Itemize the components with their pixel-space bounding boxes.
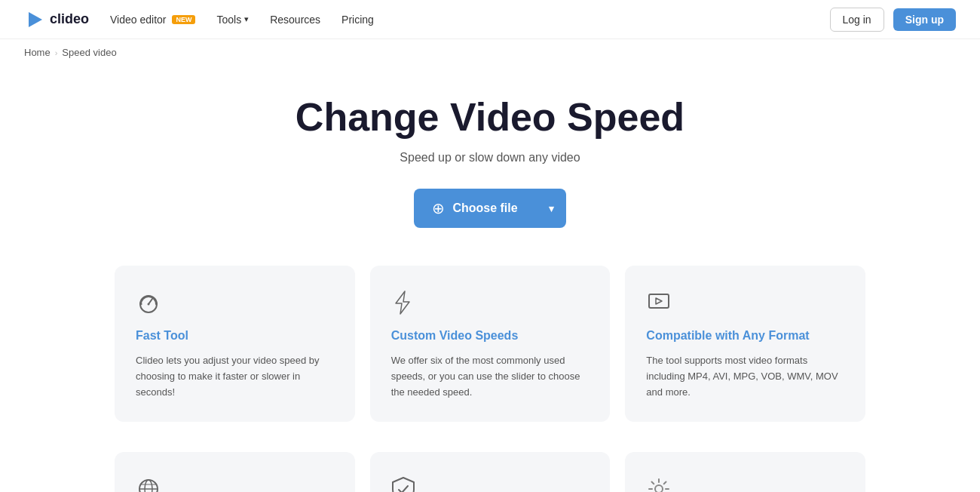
svg-marker-9 — [656, 298, 662, 304]
bolt-icon — [391, 290, 590, 318]
choose-file-button[interactable]: ⊕ Choose file ▾ — [414, 189, 565, 228]
card-custom-speeds-title: Custom Video Speeds — [391, 329, 590, 343]
chevron-down-icon: ▾ — [549, 203, 554, 214]
logo-icon — [24, 9, 45, 30]
card-fast-tool-title: Fast Tool — [136, 329, 334, 343]
nav-pricing-label: Pricing — [341, 14, 374, 26]
nav-resources[interactable]: Resources — [270, 14, 320, 26]
card-compatible-format-title: Compatible with Any Format — [646, 329, 844, 343]
breadcrumb-home[interactable]: Home — [24, 47, 51, 58]
monitor-play-icon — [646, 290, 844, 318]
feature-cards: Fast Tool Clideo lets you adjust your vi… — [90, 266, 890, 451]
chevron-down-icon: ▾ — [244, 14, 249, 24]
breadcrumb: Home › Speed video — [0, 39, 980, 66]
card-fast-tool-desc: Clideo lets you adjust your video speed … — [136, 353, 334, 400]
nav-tools-label: Tools — [216, 14, 241, 26]
speedometer-icon — [136, 290, 334, 318]
logo[interactable]: clideo — [24, 9, 89, 30]
nav-left: clideo Video editor NEW Tools ▾ Resource… — [24, 9, 374, 30]
login-button[interactable]: Log in — [830, 8, 884, 32]
card-compatible-format: Compatible with Any Format The tool supp… — [625, 266, 865, 421]
nav-pricing[interactable]: Pricing — [341, 14, 374, 26]
navbar: clideo Video editor NEW Tools ▾ Resource… — [0, 0, 980, 39]
svg-point-10 — [139, 480, 158, 492]
svg-point-3 — [148, 303, 150, 306]
svg-point-15 — [655, 485, 663, 492]
nav-video-editor-label: Video editor — [110, 14, 166, 26]
svg-marker-0 — [29, 12, 42, 27]
nav-tools[interactable]: Tools ▾ — [216, 14, 249, 26]
choose-file-main[interactable]: ⊕ Choose file — [414, 189, 535, 228]
choose-file-label: Choose file — [452, 201, 517, 215]
svg-rect-8 — [649, 294, 669, 308]
nav-video-editor[interactable]: Video editor NEW — [110, 14, 195, 26]
page-title: Change Video Speed — [296, 96, 684, 139]
card-security-encryption: Security Encryption — [370, 452, 611, 492]
card-fast-tool: Fast Tool Clideo lets you adjust your vi… — [115, 266, 355, 421]
card-compatible-format-desc: The tool supports most video formats inc… — [646, 353, 844, 400]
globe-icon — [136, 476, 334, 492]
nav-resources-label: Resources — [270, 14, 320, 26]
logo-text: clideo — [50, 11, 89, 27]
signup-button[interactable]: Sign up — [893, 8, 956, 31]
card-custom-speeds-desc: We offer six of the most commonly used s… — [391, 353, 590, 400]
hero-subtitle: Speed up or slow down any video — [400, 151, 580, 165]
nav-right: Log in Sign up — [830, 8, 956, 32]
svg-marker-7 — [396, 291, 409, 314]
breadcrumb-separator: › — [55, 48, 58, 57]
gear-icon — [646, 476, 844, 492]
shield-icon — [391, 476, 590, 492]
card-custom-speeds: Custom Video Speeds We offer six of the … — [370, 266, 611, 421]
nav-new-badge: NEW — [172, 15, 195, 24]
hero-section: Change Video Speed Speed up or slow down… — [0, 66, 980, 266]
card-additional-editing: Additional Editing Options — [625, 452, 865, 492]
card-fully-online: Fully Online — [115, 452, 355, 492]
feature-cards-bottom: Fully Online Security Encryption Additio… — [90, 452, 890, 492]
breadcrumb-current: Speed video — [62, 47, 116, 58]
svg-point-11 — [145, 480, 152, 492]
choose-file-dropdown[interactable]: ▾ — [537, 192, 566, 225]
plus-icon: ⊕ — [432, 199, 445, 217]
